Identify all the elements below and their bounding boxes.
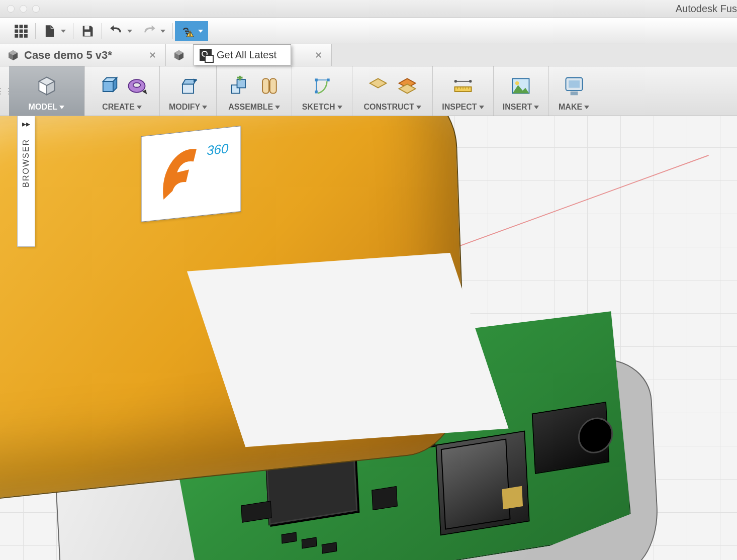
svg-rect-28 <box>569 80 580 88</box>
separator <box>172 23 173 39</box>
ribbon-group-assemble[interactable]: ASSEMBLE <box>217 66 292 116</box>
measure-icon <box>452 75 474 97</box>
press-pull-icon <box>177 75 199 97</box>
svg-rect-6 <box>15 34 18 37</box>
ribbon-label: SKETCH <box>302 103 342 112</box>
svg-rect-11 <box>190 32 191 35</box>
document-refresh-icon <box>200 49 212 61</box>
ribbon-toolbar: ⋮⋮ MODEL CREATE MODIFY ASSEMBLE S <box>0 66 737 116</box>
window-title: Autodesk Fus <box>676 3 737 15</box>
close-tab-button[interactable]: ✕ <box>149 50 156 61</box>
svg-rect-8 <box>24 34 28 37</box>
references-dropdown-menu: Get All Latest <box>193 44 291 65</box>
svg-rect-1 <box>20 25 23 28</box>
get-all-latest-menu-item[interactable]: Get All Latest <box>194 45 291 65</box>
window-titlebar: Autodesk Fus <box>0 0 737 18</box>
chevron-down-icon <box>127 30 132 33</box>
zoom-window-button[interactable] <box>32 5 40 13</box>
window-controls <box>0 5 40 13</box>
insert-decal-icon <box>510 75 532 97</box>
document-tab[interactable]: Case demo 5 v3* ✕ <box>0 44 166 66</box>
svg-rect-4 <box>20 29 23 33</box>
svg-rect-12 <box>190 35 191 36</box>
undo-button[interactable] <box>104 21 137 41</box>
construction-plane-icon <box>367 75 389 97</box>
ethernet-connector <box>435 431 529 536</box>
svg-rect-5 <box>24 29 28 33</box>
close-window-button[interactable] <box>7 5 15 13</box>
offset-plane-icon <box>396 75 418 97</box>
svg-rect-10 <box>84 32 90 36</box>
svg-rect-18 <box>270 78 277 93</box>
box-primitive-icon <box>97 75 119 97</box>
ribbon-label: CONSTRUCT <box>364 103 421 112</box>
document-tab-bar: Case demo 5 v3* ✕ ✕ <box>0 44 737 66</box>
svg-point-24 <box>469 80 472 83</box>
pin-icon[interactable]: ▸▸ <box>22 119 30 129</box>
ribbon-group-insert[interactable]: INSERT <box>494 66 549 116</box>
ribbon-drag-handle[interactable]: ⋮⋮ <box>0 66 9 116</box>
file-button[interactable] <box>38 21 71 41</box>
svg-rect-17 <box>262 78 269 93</box>
svg-rect-2 <box>24 25 28 28</box>
design-cube-icon <box>7 49 19 61</box>
references-status-button[interactable] <box>175 21 208 41</box>
svg-rect-16 <box>237 77 242 79</box>
chevron-down-icon <box>61 30 66 33</box>
3d-print-icon <box>563 75 585 97</box>
chevron-down-icon <box>160 30 165 33</box>
undo-icon <box>109 24 123 38</box>
data-panel-button[interactable] <box>9 21 33 41</box>
ribbon-label: MAKE <box>559 103 589 112</box>
document-tab-label: Case demo 5 v3* <box>24 49 144 62</box>
minimize-window-button[interactable] <box>20 5 27 13</box>
link-warning-icon <box>180 24 194 38</box>
barrel-jack-connector <box>532 402 609 474</box>
viewport-canvas[interactable]: 360 ▸▸ BROWSER <box>0 116 737 560</box>
grid-icon <box>14 24 28 38</box>
ribbon-label: CREATE <box>102 103 142 112</box>
ribbon-group-sketch[interactable]: SKETCH <box>292 66 352 116</box>
ribbon-label: INSPECT <box>442 103 484 112</box>
svg-rect-3 <box>15 29 18 33</box>
decal-text: 360 <box>207 141 228 159</box>
save-button[interactable] <box>75 21 100 41</box>
ribbon-group-modify[interactable]: MODIFY <box>160 66 217 116</box>
smd-component <box>372 486 397 510</box>
ribbon-group-construct[interactable]: CONSTRUCT <box>352 66 433 116</box>
browser-panel-tab[interactable]: ▸▸ BROWSER <box>17 116 35 247</box>
separator <box>73 23 73 39</box>
separator <box>102 23 102 39</box>
model-workspace-icon <box>36 75 58 97</box>
ribbon-label: MODEL <box>29 103 65 112</box>
ribbon-label: INSERT <box>503 103 539 112</box>
redo-button[interactable] <box>137 21 170 41</box>
svg-rect-0 <box>15 25 18 28</box>
svg-point-26 <box>515 81 519 85</box>
ribbon-group-make[interactable]: MAKE <box>549 66 599 116</box>
ribbon-group-create[interactable]: CREATE <box>84 66 160 116</box>
svg-rect-9 <box>84 26 89 29</box>
ribbon-group-inspect[interactable]: INSPECT <box>433 66 493 116</box>
as-built-joint-icon <box>258 75 280 97</box>
joint-icon <box>229 75 251 97</box>
browser-panel-label: BROWSER <box>22 139 31 188</box>
save-icon <box>80 24 95 38</box>
svg-rect-7 <box>20 34 23 37</box>
create-sketch-icon <box>311 75 333 97</box>
chevron-down-icon <box>198 30 203 33</box>
svg-point-23 <box>454 80 457 83</box>
fusion-logo-icon <box>154 142 204 208</box>
redo-icon <box>142 24 156 38</box>
menu-item-label: Get All Latest <box>217 49 277 61</box>
close-tab-button[interactable]: ✕ <box>315 50 322 61</box>
workspace-switcher[interactable]: MODEL <box>9 66 84 116</box>
separator <box>35 23 36 39</box>
svg-rect-29 <box>570 91 578 95</box>
fusion-360-decal: 360 <box>141 126 241 222</box>
quick-access-toolbar <box>0 18 737 44</box>
ribbon-label: ASSEMBLE <box>228 103 280 112</box>
svg-point-14 <box>133 83 140 87</box>
ribbon-label: MODIFY <box>169 103 207 112</box>
design-cube-icon <box>173 49 185 61</box>
